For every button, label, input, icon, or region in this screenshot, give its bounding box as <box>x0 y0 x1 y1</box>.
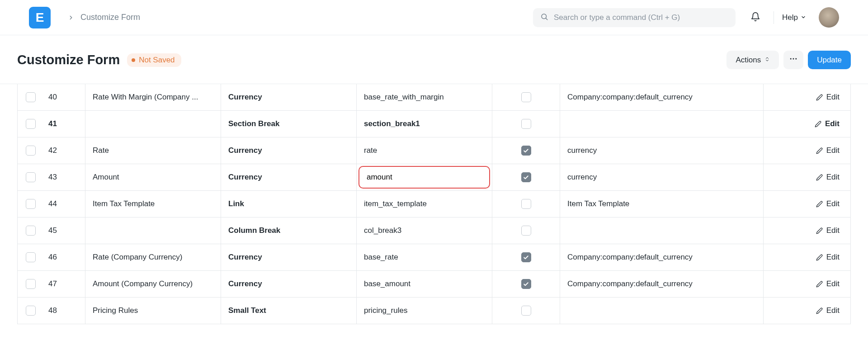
more-menu-button[interactable] <box>783 51 803 69</box>
field-label-cell[interactable]: Amount (Company Currency) <box>85 271 221 298</box>
row-select-checkbox[interactable] <box>26 306 36 316</box>
row-number: 41 <box>48 119 57 128</box>
svg-point-2 <box>790 58 792 60</box>
global-search[interactable] <box>533 8 736 27</box>
field-label-cell[interactable]: Amount <box>85 164 221 191</box>
table-row: 47Amount (Company Currency)Currencybase_… <box>18 271 850 298</box>
top-navbar: E Customize Form Help <box>0 0 868 35</box>
mandatory-checkbox[interactable] <box>521 306 531 316</box>
field-type-cell[interactable]: Currency <box>221 271 357 298</box>
row-select-cell: 43 <box>18 164 85 191</box>
status-badge: Not Saved <box>127 53 181 67</box>
row-select-checkbox[interactable] <box>26 252 36 262</box>
help-menu[interactable]: Help <box>782 13 806 22</box>
field-label-cell[interactable]: Item Tax Template <box>85 191 221 217</box>
field-type-cell[interactable]: Currency <box>221 164 357 191</box>
field-label-cell[interactable]: Rate With Margin (Company ... <box>85 84 221 111</box>
edit-label: Edit <box>826 173 840 182</box>
field-options-cell[interactable]: Company:company:default_currency <box>560 271 764 298</box>
mandatory-checkbox[interactable] <box>521 119 531 129</box>
field-name-cell[interactable] <box>357 164 492 191</box>
edit-row-button[interactable]: Edit <box>764 298 850 324</box>
field-type-cell[interactable]: Section Break <box>221 111 357 137</box>
actions-label: Actions <box>736 56 761 65</box>
field-name-cell[interactable]: section_break1 <box>357 111 492 137</box>
mandatory-checkbox[interactable] <box>521 199 531 209</box>
field-options-cell[interactable]: Company:company:default_currency <box>560 84 764 111</box>
field-type-cell[interactable]: Column Break <box>221 217 357 244</box>
row-select-checkbox[interactable] <box>26 119 36 129</box>
edit-row-button[interactable]: Edit <box>764 164 850 191</box>
field-label-cell[interactable]: Rate (Company Currency) <box>85 244 221 271</box>
row-select-checkbox[interactable] <box>26 172 36 182</box>
field-name-cell[interactable]: base_amount <box>357 271 492 298</box>
row-select-cell: 48 <box>18 298 85 324</box>
field-name-cell[interactable]: item_tax_template <box>357 191 492 217</box>
edit-row-button[interactable]: Edit <box>764 191 850 217</box>
mandatory-checkbox[interactable] <box>521 146 531 156</box>
app-logo[interactable]: E <box>29 7 51 28</box>
edit-row-button[interactable]: Edit <box>764 84 850 111</box>
pencil-icon <box>816 201 823 208</box>
mandatory-checkbox[interactable] <box>521 252 531 262</box>
table-row: 46Rate (Company Currency)Currencybase_ra… <box>18 244 850 271</box>
row-select-checkbox[interactable] <box>26 146 36 156</box>
edit-label: Edit <box>826 226 840 235</box>
field-name-cell[interactable]: pricing_rules <box>357 298 492 324</box>
field-options-cell[interactable]: Company:company:default_currency <box>560 244 764 271</box>
notifications-button[interactable] <box>746 9 764 27</box>
mandatory-checkbox[interactable] <box>521 226 531 236</box>
breadcrumb[interactable]: Customize Form <box>80 13 140 22</box>
table-row: 42RateCurrencyratecurrencyEdit <box>18 137 850 164</box>
update-button[interactable]: Update <box>808 51 851 69</box>
row-select-checkbox[interactable] <box>26 92 36 102</box>
edit-label: Edit <box>826 199 840 208</box>
field-options-cell[interactable] <box>560 111 764 137</box>
field-options-cell[interactable]: currency <box>560 137 764 164</box>
field-options-cell[interactable]: currency <box>560 164 764 191</box>
field-name-input[interactable] <box>366 172 483 182</box>
avatar[interactable] <box>819 7 839 28</box>
pencil-icon <box>816 174 823 181</box>
table-row: 41Section Breaksection_break1Edit <box>18 111 850 137</box>
search-input[interactable] <box>553 13 728 23</box>
edit-row-button[interactable]: Edit <box>764 217 850 244</box>
mandatory-checkbox[interactable] <box>521 279 531 289</box>
field-options-cell[interactable]: Item Tax Template <box>560 191 764 217</box>
edit-row-button[interactable]: Edit <box>764 244 850 271</box>
field-type-cell[interactable]: Currency <box>221 137 357 164</box>
field-options-cell[interactable] <box>560 298 764 324</box>
row-select-cell: 46 <box>18 244 85 271</box>
field-type-cell[interactable]: Currency <box>221 84 357 111</box>
field-options-cell[interactable] <box>560 217 764 244</box>
edit-label: Edit <box>826 93 840 102</box>
field-type-cell[interactable]: Link <box>221 191 357 217</box>
field-label-cell[interactable] <box>85 217 221 244</box>
field-type-cell[interactable]: Small Text <box>221 298 357 324</box>
row-select-checkbox[interactable] <box>26 279 36 289</box>
field-name-cell[interactable]: rate <box>357 137 492 164</box>
field-name-cell[interactable]: col_break3 <box>357 217 492 244</box>
field-label-cell[interactable]: Pricing Rules <box>85 298 221 324</box>
row-select-checkbox[interactable] <box>26 226 36 236</box>
edit-row-button[interactable]: Edit <box>764 137 850 164</box>
field-name-cell[interactable]: base_rate_with_margin <box>357 84 492 111</box>
edit-row-button[interactable]: Edit <box>764 271 850 298</box>
table-row: 48Pricing RulesSmall Textpricing_rulesEd… <box>18 298 850 324</box>
row-select-checkbox[interactable] <box>26 199 36 209</box>
mandatory-cell <box>492 298 560 324</box>
row-number: 46 <box>48 253 57 262</box>
mandatory-checkbox[interactable] <box>521 92 531 102</box>
field-label-cell[interactable] <box>85 111 221 137</box>
pencil-icon <box>816 307 823 314</box>
edit-row-button[interactable]: Edit <box>764 111 850 137</box>
row-number: 40 <box>48 93 57 102</box>
bell-icon <box>750 12 760 23</box>
field-type-cell[interactable]: Currency <box>221 244 357 271</box>
actions-menu-button[interactable]: Actions <box>726 51 779 69</box>
field-label-cell[interactable]: Rate <box>85 137 221 164</box>
field-name-cell[interactable]: base_rate <box>357 244 492 271</box>
fields-table: 40Rate With Margin (Company ...Currencyb… <box>0 84 868 324</box>
mandatory-checkbox[interactable] <box>521 172 531 182</box>
select-icon <box>764 56 770 65</box>
